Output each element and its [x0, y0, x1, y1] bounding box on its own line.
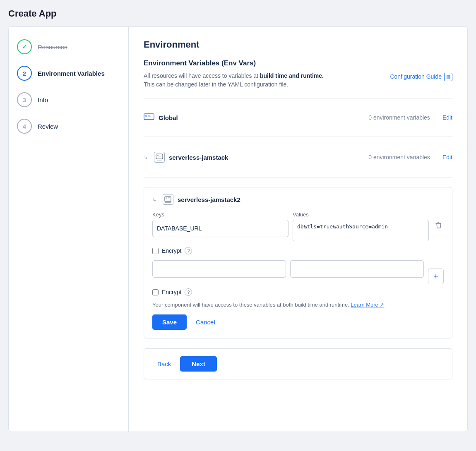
- svg-rect-5: [157, 155, 159, 156]
- encrypt-checkbox-1[interactable]: [152, 248, 159, 254]
- page-title: Create App: [8, 8, 468, 19]
- env-desc-text: All resources will have access to variab…: [144, 72, 324, 89]
- encrypt-label-2: Encrypt: [162, 289, 181, 295]
- config-guide-icon: ▦: [444, 73, 452, 81]
- encrypt-help-icon-1[interactable]: ?: [185, 247, 192, 254]
- sub-arrow-1: ↳: [144, 154, 148, 161]
- env-vars-heading: Environment Variables (Env Vars): [144, 59, 452, 67]
- kv-row-1: Keys Values db&tls=true&authSource=admin: [152, 211, 444, 243]
- encrypt-row-1: Encrypt ?: [152, 247, 444, 254]
- svg-rect-8: [157, 160, 162, 161]
- encrypt-row-2: Encrypt ?: [152, 288, 444, 296]
- sidebar-item-info[interactable]: 3 Info: [17, 92, 120, 107]
- step-circle-2: 2: [17, 66, 32, 81]
- env-desc-line2: This can be changed later in the YAML co…: [144, 81, 288, 88]
- svg-rect-3: [148, 116, 151, 117]
- sidebar-item-label-review: Review: [38, 123, 58, 130]
- global-icon: [144, 113, 154, 122]
- values-label: Values: [293, 211, 429, 218]
- svg-rect-12: [168, 199, 169, 199]
- learn-more-link[interactable]: Learn More ↗: [351, 302, 384, 308]
- serverless1-icon: [154, 152, 165, 163]
- serverless2-section: ↳ serverless-jamstack2 Keys: [144, 187, 452, 338]
- key-input-1[interactable]: [152, 220, 288, 237]
- encrypt-label-1: Encrypt: [162, 247, 181, 254]
- value-wrap-1: Values db&tls=true&authSource=admin: [293, 211, 429, 243]
- add-icon: +: [433, 272, 438, 281]
- sidebar-item-resources[interactable]: ✓ Resources: [17, 39, 120, 54]
- global-label: Global: [159, 114, 178, 121]
- delete-btn-1[interactable]: [433, 220, 444, 230]
- sidebar-item-label-env-vars: Environment Variables: [38, 70, 105, 77]
- section-title: Environment: [144, 39, 452, 50]
- global-env-row: Global 0 environment variables Edit: [144, 108, 452, 127]
- config-guide-link[interactable]: Configuration Guide ▦: [390, 72, 452, 81]
- env-desc-line1: All resources will have access to variab…: [144, 72, 260, 79]
- step-circle-1: ✓: [17, 39, 32, 54]
- key-wrap-1: Keys: [152, 211, 288, 237]
- main-card: ✓ Resources 2 Environment Variables 3 In…: [8, 26, 468, 432]
- back-button[interactable]: Back: [154, 356, 174, 372]
- sub-arrow-2: ↳: [152, 197, 157, 203]
- svg-rect-10: [166, 197, 167, 199]
- action-row: Save Cancel: [152, 314, 444, 330]
- global-count: 0 environment variables: [368, 114, 430, 121]
- divider-2: [144, 137, 452, 137]
- env-desc: All resources will have access to variab…: [144, 72, 452, 89]
- svg-rect-11: [168, 197, 170, 198]
- serverless2-icon: [163, 194, 173, 205]
- step-circle-3: 3: [17, 92, 32, 107]
- serverless1-env-row: ↳ serverless-jamstack 0 environment vari…: [144, 146, 452, 168]
- key-input-2[interactable]: [152, 260, 286, 278]
- serverless1-count: 0 environment variables: [368, 154, 430, 161]
- add-btn[interactable]: +: [428, 269, 444, 284]
- svg-rect-13: [165, 202, 171, 202]
- sidebar: ✓ Resources 2 Environment Variables 3 In…: [9, 27, 129, 432]
- encrypt-help-icon-2[interactable]: ?: [185, 288, 192, 296]
- svg-rect-6: [159, 155, 161, 155]
- sidebar-item-label-resources: Resources: [38, 43, 67, 50]
- sidebar-item-review[interactable]: 4 Review: [17, 119, 120, 134]
- step-circle-4: 4: [17, 119, 32, 134]
- svg-rect-4: [156, 154, 163, 159]
- svg-rect-2: [148, 115, 150, 116]
- divider-3: [144, 178, 452, 178]
- value-input-1[interactable]: db&tls=true&authSource=admin: [293, 220, 429, 241]
- save-button[interactable]: Save: [152, 314, 187, 330]
- kv-row-2: +: [152, 260, 444, 284]
- next-button[interactable]: Next: [180, 356, 217, 372]
- sidebar-item-env-vars[interactable]: 2 Environment Variables: [17, 66, 120, 81]
- serverless2-label: serverless-jamstack2: [178, 196, 240, 203]
- value-input-2[interactable]: [290, 260, 424, 278]
- bottom-nav: Back Next: [144, 348, 452, 379]
- cancel-button[interactable]: Cancel: [192, 314, 219, 330]
- keys-label: Keys: [152, 211, 288, 218]
- key-wrap-2: [152, 260, 286, 278]
- config-guide-label: Configuration Guide: [390, 72, 442, 81]
- info-text-content: Your component will have access to these…: [152, 302, 349, 308]
- global-edit-link[interactable]: Edit: [442, 114, 452, 121]
- svg-rect-1: [145, 115, 147, 117]
- content-area: Environment Environment Variables (Env V…: [129, 27, 467, 432]
- sidebar-item-label-info: Info: [38, 96, 48, 103]
- divider-1: [144, 98, 452, 98]
- svg-rect-7: [159, 156, 161, 156]
- env-desc-bold: build time and runtime.: [260, 72, 324, 79]
- encrypt-checkbox-2[interactable]: [152, 289, 159, 295]
- value-wrap-2: [290, 260, 424, 278]
- info-text: Your component will have access to these…: [152, 302, 444, 308]
- serverless2-header: ↳ serverless-jamstack2: [152, 194, 444, 205]
- serverless1-label: serverless-jamstack: [169, 154, 228, 161]
- serverless1-edit-link[interactable]: Edit: [442, 154, 452, 161]
